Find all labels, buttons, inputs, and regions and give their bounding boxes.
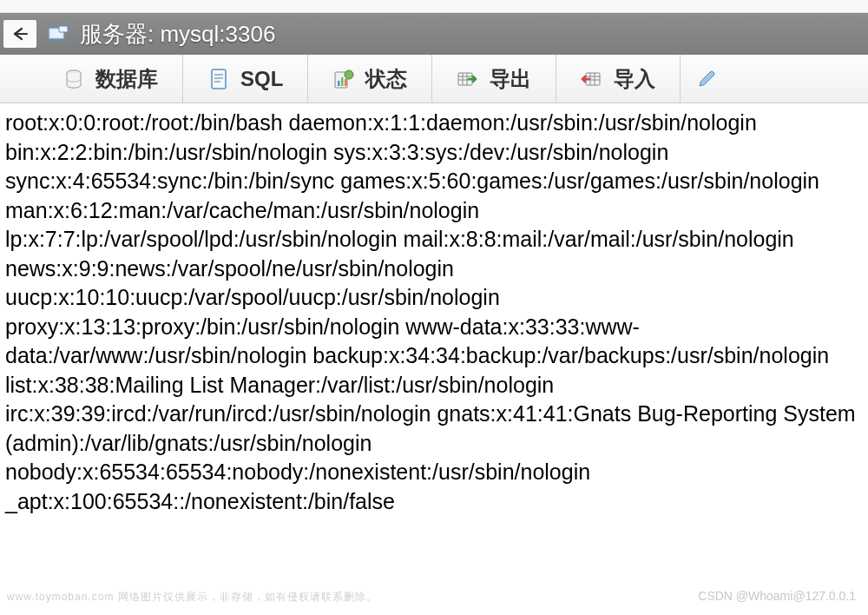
svg-rect-12 [341,77,344,86]
svg-rect-13 [345,79,347,86]
tab-status-label: 状态 [365,65,407,93]
watermark-left: www.toymoban.com 网络图片仅供展示，非存储，如有侵权请联系删除。 [7,590,378,605]
tab-database[interactable]: 数据库 [38,55,183,102]
window-title: 服务器: mysql:3306 [80,19,275,50]
tab-export[interactable]: 导出 [432,55,556,102]
svg-rect-2 [52,40,61,42]
tab-status[interactable]: 状态 [308,55,432,102]
tab-database-label: 数据库 [95,65,158,93]
back-button[interactable] [3,20,36,48]
svg-rect-4 [59,26,68,32]
sql-icon [207,68,230,90]
tab-import[interactable]: 导入 [556,55,681,102]
database-icon [62,68,85,90]
server-icon [47,24,69,43]
window-top-edge [0,0,868,13]
svg-rect-11 [338,81,340,86]
tab-more[interactable] [681,55,731,102]
arrow-left-icon [11,22,29,46]
brush-icon [694,68,717,90]
tab-import-label: 导入 [614,65,655,93]
export-icon [457,68,479,90]
svg-point-14 [345,70,353,79]
output-content: root:x:0:0:root:/root:/bin/bash daemon:x… [0,103,868,521]
watermark-right: CSDN @Whoami@127.0.0.1 [698,589,856,603]
toolbar: 数据库 SQL 状态 [0,55,868,103]
titlebar: 服务器: mysql:3306 [0,13,868,55]
tab-export-label: 导出 [490,65,531,93]
tab-sql[interactable]: SQL [183,55,308,102]
tab-sql-label: SQL [240,67,283,91]
status-icon [332,68,355,90]
import-icon [581,68,603,90]
svg-rect-6 [212,69,226,89]
